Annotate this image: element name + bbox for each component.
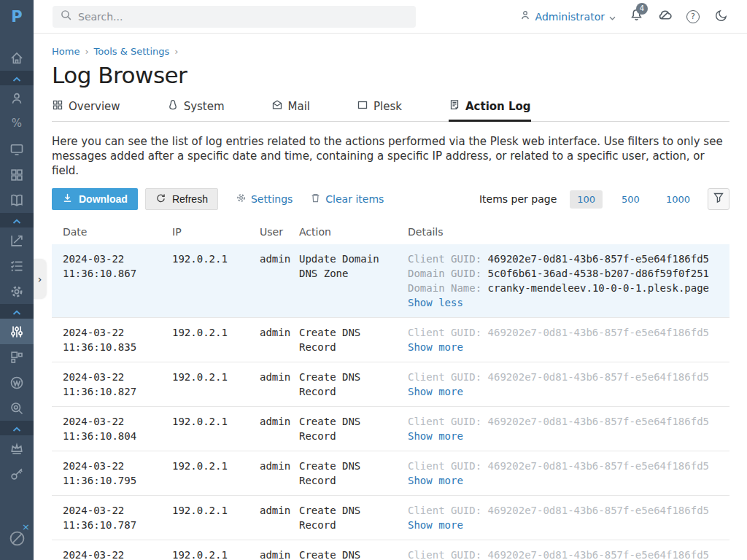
page-content: Home › Tools & Settings › Log Browser Ov… — [34, 46, 747, 560]
cell-user: admin — [260, 503, 299, 532]
sidebar-item-service-plans[interactable]: % — [0, 111, 34, 136]
sidebar-collapse-toggle[interactable] — [0, 71, 34, 85]
table-row: 2024-03-22 11:36:10.787 192.0.2.1 admin … — [52, 495, 729, 540]
refresh-button[interactable]: Refresh — [145, 188, 218, 210]
detail-value: 5c0f6b61-36ad-4538-b207-d86f59f0f251 — [488, 268, 709, 279]
sidebar-item-settings-gear[interactable] — [0, 279, 34, 304]
cell-action: Create DNS Record — [299, 459, 408, 488]
page-size-500[interactable]: 500 — [614, 190, 647, 209]
cell-details: Client GUID: 469202e7-0d81-43b6-857f-e5e… — [408, 370, 729, 399]
clear-items-link[interactable]: Clear items — [310, 192, 384, 206]
detail-value: 469202e7-0d81-43b6-857f-e5e64f186fd5 — [488, 253, 709, 265]
breadcrumb-separator-icon: › — [85, 46, 88, 57]
dark-mode-toggle[interactable] — [713, 9, 729, 25]
search-input[interactable] — [78, 11, 409, 23]
page-title: Log Browser — [52, 62, 729, 88]
cloud-button[interactable] — [657, 9, 673, 25]
action-log-icon — [449, 99, 460, 114]
wordpress-icon — [9, 376, 24, 390]
cell-date: 2024-03-22 — [63, 414, 159, 429]
mail-icon — [271, 99, 283, 114]
feedback-button[interactable]: × — [0, 526, 34, 553]
cell-details: Client GUID: 469202e7-0d81-43b6-857f-e5e… — [408, 414, 729, 443]
refresh-icon — [155, 192, 166, 206]
cell-ip: 192.0.2.1 — [172, 325, 260, 354]
sidebar-item-key[interactable] — [0, 461, 34, 486]
breadcrumb-home-link[interactable]: Home — [52, 46, 80, 57]
grid-icon — [52, 99, 63, 114]
plesk-app: P % — [0, 0, 747, 560]
cell-action: Create DNS Record — [299, 414, 408, 443]
search-icon — [60, 9, 72, 24]
sidebar-collapse-toggle[interactable] — [0, 304, 34, 319]
users-icon — [9, 91, 24, 106]
show-more-link[interactable]: Show more — [408, 429, 463, 443]
cell-action: Create DNS Record — [299, 548, 408, 560]
sidebar-item-crown[interactable] — [0, 435, 34, 461]
trash-icon — [310, 192, 321, 206]
cell-action: Create DNS Record — [299, 325, 408, 354]
help-button[interactable]: ? — [685, 9, 701, 25]
cell-user: admin — [260, 370, 299, 399]
help-icon: ? — [686, 10, 700, 23]
sidebar-expander[interactable]: › — [34, 259, 46, 299]
tab-system[interactable]: System — [167, 99, 225, 122]
breadcrumb-separator-icon: › — [174, 46, 178, 57]
user-menu[interactable]: Administrator — [519, 9, 616, 24]
tab-action-log[interactable]: Action Log — [449, 99, 531, 122]
table-row: 2024-03-22 11:36:10.827 192.0.2.1 admin … — [52, 362, 729, 406]
show-less-link[interactable]: Show less — [408, 295, 463, 310]
settings-link[interactable]: Settings — [236, 192, 293, 206]
sidebar-collapse-toggle[interactable] — [0, 421, 34, 435]
column-header-ip: IP — [172, 226, 260, 238]
column-header-user: User — [260, 226, 299, 238]
sidebar-item-wordpress[interactable] — [0, 370, 34, 395]
sidebar-collapse-toggle[interactable] — [0, 213, 34, 228]
cell-date: 2024-03-22 — [63, 459, 159, 473]
cloud-icon — [657, 7, 673, 26]
filter-button[interactable] — [708, 188, 729, 210]
sidebar-item-home[interactable] — [0, 45, 34, 71]
page-size-1000[interactable]: 1000 — [659, 190, 697, 209]
tabs-bar: Overview System Mail Plesk Action Log — [52, 99, 729, 122]
show-more-link[interactable]: Show more — [408, 340, 463, 354]
tab-plesk[interactable]: Plesk — [357, 99, 402, 122]
detail-preview: Client GUID: 469202e7-0d81-43b6-857f-e5e… — [408, 370, 716, 384]
cell-time: 11:36:10.795 — [63, 473, 159, 488]
sidebar-nav: % — [0, 34, 34, 486]
show-more-link[interactable]: Show more — [408, 384, 463, 399]
sidebar-item-extensions[interactable] — [0, 344, 34, 370]
show-more-link[interactable]: Show more — [408, 518, 463, 532]
cell-action: Create DNS Record — [299, 370, 408, 399]
breadcrumb-tools-settings-link[interactable]: Tools & Settings — [94, 46, 170, 57]
sidebar-item-websites[interactable] — [0, 162, 34, 187]
column-header-details: Details — [408, 226, 729, 238]
sidebar-item-statistics[interactable] — [0, 228, 34, 253]
show-more-link[interactable]: Show more — [408, 473, 463, 488]
cell-time: 11:36:10.827 — [63, 384, 159, 399]
sidebar-item-site-search[interactable] — [0, 395, 34, 421]
close-icon[interactable]: × — [22, 522, 30, 532]
tab-overview[interactable]: Overview — [52, 99, 120, 122]
download-button[interactable]: Download — [52, 188, 138, 210]
table-row: 2024-03-22 11:36:10.804 192.0.2.1 admin … — [52, 406, 729, 451]
table-row: 2024-03-22 192.0.2.1 admin Create DNS Re… — [52, 540, 729, 560]
chart-icon — [9, 233, 24, 248]
cell-details: Client GUID: 469202e7-0d81-43b6-857f-e5e… — [408, 325, 729, 354]
column-header-action: Action — [299, 226, 408, 238]
plesk-logo-letter: P — [11, 8, 22, 26]
tab-label: System — [184, 100, 225, 113]
chevron-right-icon: › — [38, 273, 42, 285]
detail-preview: Client GUID: 469202e7-0d81-43b6-857f-e5e… — [408, 459, 716, 473]
detail-label: Domain Name: — [408, 282, 481, 294]
sidebar-item-docs[interactable] — [0, 187, 34, 213]
page-size-100[interactable]: 100 — [570, 190, 603, 209]
sidebar-item-tools-settings[interactable] — [0, 319, 34, 344]
notifications-button[interactable]: 4 — [628, 9, 644, 25]
sidebar-item-tasks[interactable] — [0, 253, 34, 279]
tab-mail[interactable]: Mail — [271, 99, 310, 122]
chevron-up-icon — [12, 71, 21, 85]
book-icon — [9, 193, 24, 208]
sidebar-item-subscriptions[interactable] — [0, 136, 34, 162]
sidebar-item-users[interactable] — [0, 85, 34, 111]
